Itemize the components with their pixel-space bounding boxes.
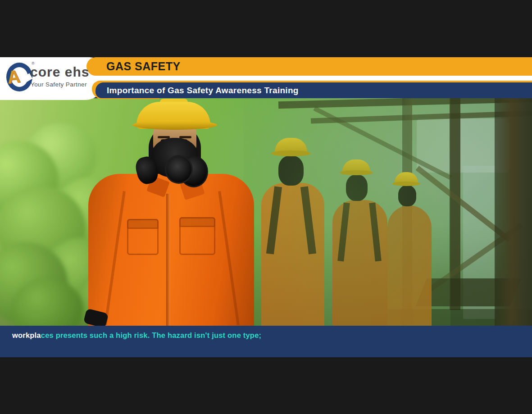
band-divider <box>88 76 532 81</box>
title-band: GAS SAFETY <box>86 57 532 76</box>
scene-image <box>0 98 532 326</box>
caption-spoken-highlight: ces presents such a high risk. The hazar… <box>41 331 261 339</box>
chest-pocket <box>127 219 159 255</box>
structure-column-right <box>495 98 532 326</box>
caption-spoken-prefix: workpla <box>12 331 41 339</box>
pocket-flap <box>127 219 159 229</box>
pocket-flap <box>179 217 215 227</box>
chest-pocket <box>179 217 215 255</box>
green-gas-haze <box>243 98 450 326</box>
worker-coverall <box>88 174 254 326</box>
video-frame: GAS SAFETY Importance of Gas Safety Awar… <box>0 0 532 414</box>
page-subtitle: Importance of Gas Safety Awareness Train… <box>95 86 299 96</box>
caption-bar: workplaces presents such a high risk. Th… <box>0 326 532 357</box>
caption-text: workplaces presents such a high risk. Th… <box>12 331 261 340</box>
letterbox-top <box>0 0 532 57</box>
brand-name: core ehs <box>30 64 89 80</box>
subtitle-band: Importance of Gas Safety Awareness Train… <box>95 82 532 98</box>
letterbox-bottom <box>0 357 532 414</box>
coverall-zipper <box>166 194 170 326</box>
brand-logo: A ® core ehs Your Safety Partner <box>5 61 104 94</box>
logo-a-icon: A <box>6 67 21 86</box>
mask-filter <box>165 155 193 184</box>
hard-hat-brim <box>132 120 217 130</box>
brand-tagline: Your Safety Partner <box>31 81 87 88</box>
